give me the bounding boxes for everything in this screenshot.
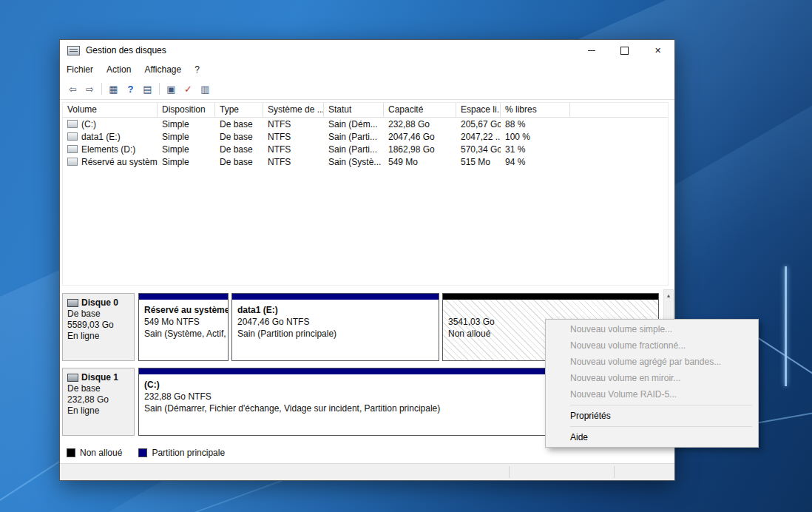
disk-name: Disque 1 — [81, 372, 118, 383]
volume-icon — [67, 158, 78, 166]
scroll-up-icon[interactable]: ▲ — [664, 290, 673, 300]
partition-color-stripe — [232, 294, 439, 300]
cell-disposition: Simple — [158, 157, 215, 167]
help-icon[interactable]: ? — [122, 81, 139, 97]
cell-freespace: 570,34 Go — [456, 144, 501, 155]
partition-system-reserved[interactable]: Réservé au système 549 Mo NTFS Sain (Sys… — [138, 293, 229, 361]
cell-filesystem: NTFS — [263, 132, 324, 142]
partition-color-stripe — [443, 294, 658, 300]
legend-label-primary: Partition principale — [152, 448, 225, 458]
legend-swatch-primary — [138, 448, 147, 457]
menu-item-new-striped-volume: Nouveau volume agrégé par bandes... — [546, 354, 758, 370]
cell-type: De base — [215, 157, 263, 167]
cell-pctfree: 100 % — [501, 132, 570, 142]
menu-separator — [570, 426, 752, 427]
menu-item-new-spanned-volume: Nouveau volume fractionné... — [546, 337, 758, 354]
back-icon[interactable]: ⇦ — [64, 81, 81, 97]
cell-freespace: 2047,22 ... — [456, 132, 501, 142]
table-row[interactable]: data1 (E:) Simple De base NTFS Sain (Par… — [63, 130, 668, 143]
cell-type: De base — [215, 119, 263, 129]
column-header-status[interactable]: Statut — [324, 103, 384, 117]
disk-name: Disque 0 — [81, 297, 118, 309]
menu-item-help[interactable]: Aide — [546, 429, 758, 445]
check-icon[interactable]: ✓ — [180, 81, 197, 97]
partition-size: 2047,46 Go NTFS — [237, 316, 433, 328]
cell-pctfree: 31 % — [501, 144, 570, 155]
table-row[interactable]: Réservé au système Simple De base NTFS S… — [63, 155, 668, 168]
column-header-capacity[interactable]: Capacité — [384, 103, 456, 117]
menu-item-properties[interactable]: Propriétés — [546, 408, 758, 424]
menu-separator — [570, 405, 752, 405]
cell-pctfree: 88 % — [501, 119, 570, 129]
cell-disposition: Simple — [158, 144, 215, 155]
menu-help[interactable]: ? — [188, 64, 206, 75]
status-bar — [60, 463, 674, 480]
cell-pctfree: 94 % — [501, 157, 570, 167]
column-header-type[interactable]: Type — [215, 103, 263, 117]
table-row[interactable]: Elements (D:) Simple De base NTFS Sain (… — [63, 143, 668, 155]
volume-icon — [67, 120, 78, 128]
minimize-button[interactable] — [575, 40, 608, 61]
toolbar: ⇦ ⇨ ▦ ? ▤ ▣ ✓ ▥ — [60, 78, 674, 100]
maximize-icon — [620, 47, 629, 55]
cell-freespace: 515 Mo — [456, 157, 501, 167]
volume-list-header: Volume Disposition Type Système de ... S… — [63, 103, 668, 118]
cell-status: Sain (Systè... — [324, 157, 384, 167]
column-header-filesystem[interactable]: Système de ... — [263, 103, 324, 117]
partition-title — [448, 304, 653, 316]
menu-fichier[interactable]: Fichier — [60, 64, 100, 75]
toolbar-separator — [159, 83, 160, 95]
menu-action[interactable]: Action — [100, 64, 138, 75]
disk-status: En ligne — [67, 331, 129, 342]
disk-icon — [67, 374, 78, 382]
partition-status: Sain (Partition principale) — [237, 328, 433, 340]
disk-size: 232,88 Go — [67, 394, 129, 405]
background-light-edge — [785, 266, 787, 386]
volume-list: Volume Disposition Type Système de ... S… — [62, 102, 669, 286]
console-tree-icon[interactable]: ▦ — [105, 81, 122, 97]
partition-title: data1 (E:) — [237, 304, 433, 316]
cell-disposition: Simple — [158, 132, 215, 142]
table-row[interactable]: (C:) Simple De base NTFS Sain (Dém... 23… — [63, 118, 668, 130]
details-view-icon[interactable]: ▤ — [139, 81, 156, 97]
partition-data1[interactable]: data1 (E:) 2047,46 Go NTFS Sain (Partiti… — [231, 293, 439, 361]
column-header-pctfree[interactable]: % libres — [501, 103, 570, 117]
columns-icon[interactable]: ▥ — [197, 81, 214, 97]
disk-icon — [67, 299, 78, 307]
column-header-disposition[interactable]: Disposition — [158, 103, 215, 117]
disk-0-label[interactable]: Disque 0 De base 5589,03 Go En ligne — [62, 293, 135, 361]
cell-volume: (C:) — [81, 119, 96, 129]
titlebar[interactable]: Gestion des disques ✕ — [60, 40, 674, 61]
menu-item-new-mirrored-volume: Nouveau volume en miroir... — [546, 370, 758, 386]
forward-icon[interactable]: ⇨ — [81, 81, 98, 97]
cell-filesystem: NTFS — [263, 144, 324, 155]
cell-volume: data1 (E:) — [81, 132, 121, 142]
cell-capacity: 549 Mo — [384, 157, 456, 167]
app-icon — [67, 46, 80, 55]
cell-filesystem: NTFS — [263, 119, 324, 129]
menu-bar: Fichier Action Affichage ? — [60, 61, 674, 78]
close-button[interactable]: ✕ — [641, 40, 674, 61]
cell-type: De base — [215, 132, 263, 142]
toolbar-separator — [101, 83, 102, 95]
cell-capacity: 232,88 Go — [384, 119, 456, 129]
menu-affichage[interactable]: Affichage — [138, 64, 188, 75]
column-header-filler — [570, 103, 668, 117]
legend-swatch-unallocated — [67, 448, 75, 457]
popup-window-icon[interactable]: ▣ — [163, 81, 180, 97]
cell-type: De base — [215, 144, 263, 155]
column-header-volume[interactable]: Volume — [63, 103, 158, 117]
cell-capacity: 1862,98 Go — [384, 144, 456, 155]
minimize-icon — [588, 50, 595, 51]
cell-status: Sain (Dém... — [324, 119, 384, 129]
disk-kind: De base — [67, 383, 129, 394]
disk-1-label[interactable]: Disque 1 De base 232,88 Go En ligne — [62, 368, 135, 436]
close-icon: ✕ — [654, 46, 661, 55]
cell-volume: Réservé au système — [81, 157, 158, 167]
partition-status: Sain (Système, Actif, — [144, 328, 223, 340]
column-header-freespace[interactable]: Espace li... — [456, 103, 501, 117]
maximize-button[interactable] — [608, 40, 641, 61]
context-menu: Nouveau volume simple... Nouveau volume … — [545, 319, 759, 448]
window-controls: ✕ — [575, 40, 674, 61]
window-title: Gestion des disques — [86, 45, 166, 55]
